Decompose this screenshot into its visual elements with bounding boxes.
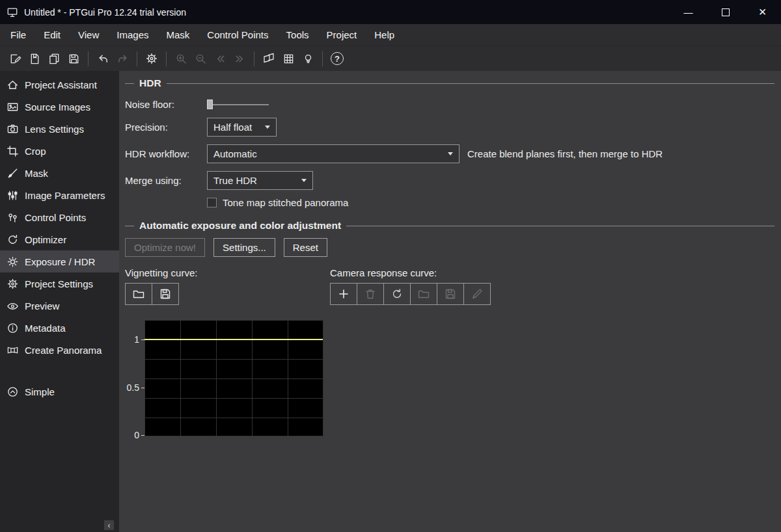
open-project-icon xyxy=(29,53,41,65)
hdr-workflow-select[interactable]: Automatic xyxy=(207,144,459,163)
noise-floor-slider[interactable] xyxy=(207,100,269,109)
camera-response-curve-label: Camera response curve: xyxy=(330,267,437,279)
sidebar-item-source-images[interactable]: Source Images xyxy=(0,96,119,118)
save-icon xyxy=(68,53,80,65)
titlebar: Untitled * - PTGui Pro 12.24 trial versi… xyxy=(0,0,781,24)
menu-project[interactable]: Project xyxy=(327,29,357,40)
sidebar-item-simple[interactable]: Simple xyxy=(0,380,119,403)
window-controls: — × xyxy=(670,0,781,24)
redo-button[interactable] xyxy=(113,49,132,68)
vignetting-save-button[interactable] xyxy=(152,283,179,305)
zoom-in-button[interactable] xyxy=(171,49,191,68)
hdr-workflow-label: HDR workflow: xyxy=(125,148,207,159)
tone-map-checkbox[interactable] xyxy=(207,198,217,207)
sun-icon xyxy=(7,256,19,268)
ptgui-window: Untitled * - PTGui Pro 12.24 trial versi… xyxy=(0,0,781,532)
sidebar-item-metadata[interactable]: Metadata xyxy=(0,317,119,339)
zoom-out-button[interactable] xyxy=(191,49,210,68)
optimize-now-button[interactable]: Optimize now! xyxy=(125,238,205,257)
menu-tools[interactable]: Tools xyxy=(286,29,309,40)
camera-response-toolbar xyxy=(330,283,491,305)
menu-file[interactable]: File xyxy=(10,29,26,40)
y-tick-0: 0 xyxy=(134,430,139,440)
settings-button[interactable]: Settings... xyxy=(213,238,275,257)
sidebar-item-create-panorama[interactable]: Create Panorama xyxy=(0,339,119,361)
sidebar-item-mask[interactable]: Mask xyxy=(0,162,119,184)
toolbar-separator xyxy=(88,51,89,66)
grid-icon xyxy=(282,53,295,65)
precision-value: Half float xyxy=(213,122,252,133)
sidebar-collapse-button[interactable]: ‹ xyxy=(104,520,114,530)
close-button[interactable]: × xyxy=(744,0,781,24)
gear-icon xyxy=(7,278,19,290)
sidebar-item-project-settings[interactable]: Project Settings xyxy=(0,273,119,295)
camera-response-save-button[interactable] xyxy=(437,283,464,305)
pencil-icon xyxy=(471,287,484,300)
preview-light-button[interactable] xyxy=(298,49,318,68)
precision-select[interactable]: Half float xyxy=(207,118,277,137)
sidebar-item-control-points[interactable]: Control Points xyxy=(0,206,119,228)
save-project-button[interactable] xyxy=(64,49,83,68)
sidebar-item-lens-settings[interactable]: Lens Settings xyxy=(0,118,119,140)
menu-help[interactable]: Help xyxy=(374,29,394,40)
new-project-button[interactable] xyxy=(5,49,25,68)
slider-thumb[interactable] xyxy=(207,100,213,109)
camera-response-add-button[interactable] xyxy=(330,283,357,305)
sliders-icon xyxy=(7,189,19,202)
simple-mode-icon xyxy=(7,386,19,398)
folder-icon xyxy=(417,287,430,300)
sidebar-item-exposure-hdr[interactable]: Exposure / HDR xyxy=(0,250,119,273)
menu-control-points[interactable]: Control Points xyxy=(207,29,268,40)
camera-response-delete-button[interactable] xyxy=(357,283,384,305)
tone-map-label: Tone map stitched panorama xyxy=(223,197,348,208)
minimize-button[interactable]: — xyxy=(670,0,707,24)
toolbar: ? xyxy=(0,46,781,71)
camera-response-edit-button[interactable] xyxy=(463,283,491,305)
menu-view[interactable]: View xyxy=(78,29,99,40)
y-tick-1: 1 xyxy=(134,334,139,345)
merge-using-select[interactable]: True HDR xyxy=(207,171,313,190)
zoom-in-icon xyxy=(175,53,187,65)
undo-button[interactable] xyxy=(93,49,113,68)
menu-edit[interactable]: Edit xyxy=(44,29,61,40)
options-button[interactable] xyxy=(142,49,161,68)
trash-icon xyxy=(364,287,377,300)
vignetting-load-button[interactable] xyxy=(125,283,152,305)
sidebar-item-preview[interactable]: Preview xyxy=(0,295,119,317)
panorama-editor-button[interactable] xyxy=(259,49,279,68)
menu-images[interactable]: Images xyxy=(116,29,148,40)
control-points-icon xyxy=(7,211,19,224)
vignetting-curve-line xyxy=(144,339,323,340)
duplicate-project-button[interactable] xyxy=(44,49,64,68)
home-icon xyxy=(7,79,19,91)
menu-mask[interactable]: Mask xyxy=(166,29,189,40)
maximize-icon xyxy=(722,8,730,16)
toolbar-separator xyxy=(166,51,167,66)
hdr-workflow-value: Automatic xyxy=(213,148,257,159)
panorama-editor-icon xyxy=(262,52,275,65)
sidebar-item-crop[interactable]: Crop xyxy=(0,140,119,162)
open-project-button[interactable] xyxy=(25,49,44,68)
previous-image-button[interactable] xyxy=(210,49,230,68)
eye-icon xyxy=(7,300,19,312)
maximize-button[interactable] xyxy=(707,0,744,24)
menubar: File Edit View Images Mask Control Point… xyxy=(0,24,781,46)
plus-icon xyxy=(337,287,350,300)
sidebar-item-project-assistant[interactable]: Project Assistant xyxy=(0,73,119,96)
chevron-down-icon xyxy=(301,179,307,182)
camera-response-load-button[interactable] xyxy=(410,283,437,305)
camera-response-reset-button[interactable] xyxy=(383,283,411,305)
sidebar-item-optimizer[interactable]: Optimizer xyxy=(0,228,119,250)
image-icon xyxy=(7,101,19,113)
reset-button[interactable]: Reset xyxy=(284,238,327,257)
hdr-section-header: HDR xyxy=(125,77,774,89)
detail-viewer-button[interactable] xyxy=(279,49,298,68)
crop-icon xyxy=(7,145,19,157)
help-button[interactable]: ? xyxy=(327,49,347,68)
next-image-button[interactable] xyxy=(230,49,249,68)
undo-icon xyxy=(97,53,109,65)
vignetting-curve-toolbar xyxy=(125,283,179,305)
help-icon: ? xyxy=(331,52,344,65)
panorama-icon xyxy=(7,344,19,356)
sidebar-item-image-parameters[interactable]: Image Parameters xyxy=(0,184,119,206)
